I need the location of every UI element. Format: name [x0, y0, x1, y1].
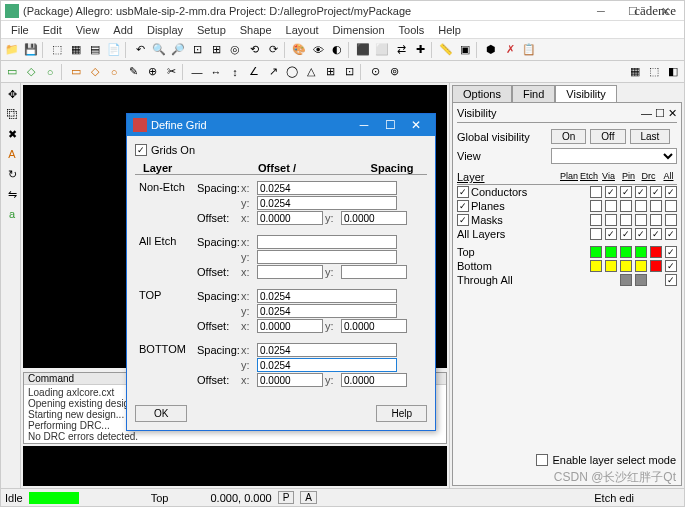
menu-dimension[interactable]: Dimension — [327, 23, 391, 37]
panel-icon[interactable]: ▦ — [626, 63, 644, 81]
p-button[interactable]: P — [278, 491, 295, 504]
swatch[interactable] — [605, 260, 617, 272]
menu-layout[interactable]: Layout — [280, 23, 325, 37]
menu-shape[interactable]: Shape — [234, 23, 278, 37]
maximize-button[interactable]: ☐ — [618, 2, 648, 20]
dim-leader-icon[interactable]: ↗ — [264, 63, 282, 81]
shadow-icon[interactable]: ◐ — [328, 41, 346, 59]
shape-void2-icon[interactable]: ◇ — [86, 63, 104, 81]
visibility-icon[interactable]: 👁 — [309, 41, 327, 59]
snap-icon[interactable]: ⊙ — [366, 63, 384, 81]
dialog-titlebar[interactable]: Define Grid ─ ☐ ✕ — [127, 114, 435, 136]
open-icon[interactable]: 📁 — [3, 41, 21, 59]
dim-angle-icon[interactable]: ∠ — [245, 63, 263, 81]
vis-cb[interactable]: ✓ — [650, 228, 662, 240]
dim-cross-icon[interactable]: ⊞ — [321, 63, 339, 81]
vis-cb[interactable]: ✓ — [665, 274, 677, 286]
properties-icon[interactable]: 📋 — [520, 41, 538, 59]
grids-on-cb[interactable]: ✓ — [135, 144, 147, 156]
shape-void3-icon[interactable]: ○ — [105, 63, 123, 81]
swatch[interactable] — [590, 246, 602, 258]
vis-cb[interactable] — [635, 214, 647, 226]
menu-tools[interactable]: Tools — [393, 23, 431, 37]
tab-find[interactable]: Find — [512, 85, 555, 102]
copy-icon[interactable]: ⿻ — [3, 105, 21, 123]
shape-rect-icon[interactable]: ▭ — [3, 63, 21, 81]
vis-cb[interactable] — [590, 214, 602, 226]
mirror-icon[interactable]: ⇋ — [3, 185, 21, 203]
a-button[interactable]: A — [300, 491, 317, 504]
vis-cb[interactable] — [590, 200, 602, 212]
vis-cb[interactable]: ✓ — [605, 186, 617, 198]
nonetch-oy[interactable] — [341, 211, 407, 225]
last-button[interactable]: Last — [630, 129, 671, 144]
zoom-fit-icon[interactable]: ⊞ — [207, 41, 225, 59]
col-via[interactable]: Via — [600, 171, 617, 183]
zoom-prev-icon[interactable]: ⟲ — [245, 41, 263, 59]
vis-cb[interactable]: ✓ — [620, 228, 632, 240]
menu-help[interactable]: Help — [432, 23, 467, 37]
dialog-minimize[interactable]: ─ — [351, 118, 377, 132]
top-sy[interactable] — [257, 304, 397, 318]
3d-icon[interactable]: ⬢ — [482, 41, 500, 59]
menu-add[interactable]: Add — [107, 23, 139, 37]
report-icon[interactable]: 📄 — [105, 41, 123, 59]
swatch[interactable] — [635, 260, 647, 272]
dim-chamfer-icon[interactable]: △ — [302, 63, 320, 81]
vis-cb[interactable] — [605, 214, 617, 226]
bottom-ox[interactable] — [257, 373, 323, 387]
xsection-icon[interactable]: ▣ — [456, 41, 474, 59]
off-button[interactable]: Off — [590, 129, 625, 144]
zoom-center-icon[interactable]: ◎ — [226, 41, 244, 59]
alletch-oy[interactable] — [341, 265, 407, 279]
refresh-icon[interactable]: ⟳ — [264, 41, 282, 59]
minimize-button[interactable]: ─ — [586, 2, 616, 20]
enable-select-cb[interactable] — [536, 454, 548, 466]
vis-cb[interactable]: ✓ — [665, 228, 677, 240]
zoom-out-icon[interactable]: 🔎 — [169, 41, 187, 59]
vis-cb[interactable]: ✓ — [620, 186, 632, 198]
swatch[interactable] — [635, 246, 647, 258]
measure-icon[interactable]: 📏 — [437, 41, 455, 59]
vis-cb[interactable] — [605, 200, 617, 212]
vis-cb[interactable] — [635, 200, 647, 212]
close-button[interactable]: ✕ — [650, 2, 680, 20]
vis-cb[interactable] — [620, 214, 632, 226]
vis-cb[interactable]: ✓ — [665, 246, 677, 258]
ok-button[interactable]: OK — [135, 405, 187, 422]
swatch[interactable] — [590, 260, 602, 272]
col-pin[interactable]: Pin — [620, 171, 637, 183]
panel3-icon[interactable]: ◧ — [664, 63, 682, 81]
label-icon[interactable]: a — [3, 205, 21, 223]
on-button[interactable]: On — [551, 129, 586, 144]
swatch[interactable] — [620, 274, 632, 286]
canvas-lower[interactable] — [23, 446, 447, 486]
masks-cb[interactable]: ✓ — [457, 214, 469, 226]
shape-circle-icon[interactable]: ○ — [41, 63, 59, 81]
swatch[interactable] — [605, 246, 617, 258]
save-icon[interactable]: 💾 — [22, 41, 40, 59]
swap-icon[interactable]: ⇄ — [392, 41, 410, 59]
nonetch-sy[interactable] — [257, 196, 397, 210]
shape-void-icon[interactable]: ▭ — [67, 63, 85, 81]
dim-v-icon[interactable]: ↕ — [226, 63, 244, 81]
vis-cb[interactable] — [665, 200, 677, 212]
help-button[interactable]: Help — [376, 405, 427, 422]
panel2-icon[interactable]: ⬚ — [645, 63, 663, 81]
dialog-close[interactable]: ✕ — [403, 118, 429, 132]
bottom-oy[interactable] — [341, 373, 407, 387]
col-drc[interactable]: Drc — [640, 171, 657, 183]
shape-trim-icon[interactable]: ✂ — [162, 63, 180, 81]
zoom-in-icon[interactable]: 🔍 — [150, 41, 168, 59]
bottom-sy[interactable] — [257, 358, 397, 372]
menu-setup[interactable]: Setup — [191, 23, 232, 37]
snap2-icon[interactable]: ⊚ — [385, 63, 403, 81]
zoom-extents-icon[interactable]: ⬚ — [48, 41, 66, 59]
swatch[interactable] — [650, 260, 662, 272]
planes-cb[interactable]: ✓ — [457, 200, 469, 212]
constraint-icon[interactable]: ✗ — [501, 41, 519, 59]
layers-icon[interactable]: ▤ — [86, 41, 104, 59]
assign-icon[interactable]: ⬜ — [373, 41, 391, 59]
text-tool-icon[interactable]: A — [3, 145, 21, 163]
alletch-ox[interactable] — [257, 265, 323, 279]
